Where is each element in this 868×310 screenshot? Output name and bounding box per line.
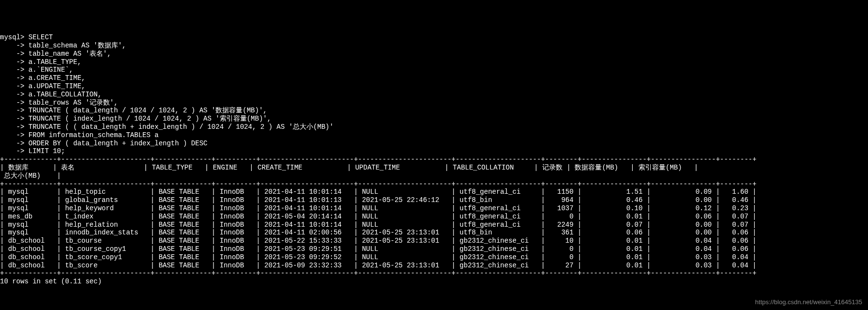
watermark: https://blog.csdn.net/weixin_41645135: [755, 298, 862, 306]
terminal-output: mysql> SELECT -> table_schema AS '数据库', …: [0, 33, 868, 286]
